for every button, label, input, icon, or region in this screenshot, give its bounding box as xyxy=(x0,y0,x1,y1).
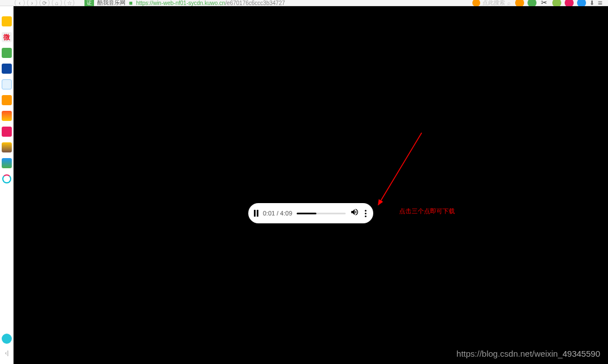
audio-player: 0:01 / 4:09 xyxy=(248,203,373,223)
svg-line-1 xyxy=(378,133,422,205)
search-icon: ⌕ xyxy=(507,0,511,6)
bookmark-weibo-icon[interactable]: 微 xyxy=(2,32,12,42)
total-time: 4:09 xyxy=(280,210,292,217)
bookmark-item-4[interactable] xyxy=(2,64,12,74)
bookmark-item-8[interactable] xyxy=(2,127,12,137)
browser-toolbar: ‹ › ⟳ ⌂ ☆ 证 酷我音乐网 ■ https://win-web-nf01… xyxy=(0,0,608,6)
bookmark-item-6[interactable] xyxy=(2,95,12,105)
progress-fill xyxy=(297,213,316,214)
time-display: 0:01 / 4:09 xyxy=(263,210,292,217)
url-text: https://win-web-nf01-sycdn.kuwo.cn/e6701… xyxy=(136,0,285,6)
watermark-url: https://blog.csdn.net/weixin_ xyxy=(457,349,562,358)
pause-button[interactable] xyxy=(254,210,258,217)
progress-bar[interactable] xyxy=(297,213,346,214)
volume-icon[interactable] xyxy=(350,208,359,219)
bookmark-sidebar: 微 ‹| xyxy=(0,6,14,364)
bookmark-star-icon[interactable] xyxy=(2,16,12,26)
bookmark-item-5[interactable] xyxy=(2,79,12,89)
three-dots-icon[interactable] xyxy=(364,210,368,217)
url-path: /e670176c6ccc3b34727 xyxy=(225,0,285,6)
bookmark-item-bottom[interactable] xyxy=(2,334,12,344)
watermark-id: 49345590 xyxy=(562,349,600,358)
download-icon[interactable]: ⬇ xyxy=(589,0,594,7)
bookmark-item-3[interactable] xyxy=(2,48,12,58)
annotation-arrow xyxy=(374,133,430,214)
collapse-sidebar-icon[interactable]: ‹| xyxy=(5,349,9,364)
bookmark-item-11[interactable] xyxy=(2,174,12,184)
annotation-text: 点击三个点即可下载 xyxy=(399,207,455,215)
current-time: 0:01 xyxy=(263,210,275,217)
bookmark-item-7[interactable] xyxy=(2,111,12,121)
bookmark-item-10[interactable] xyxy=(2,158,12,168)
watermark: https://blog.csdn.net/weixin_49345590 xyxy=(457,349,600,358)
url-host: https://win-web-nf01-sycdn.kuwo.cn xyxy=(136,0,225,6)
bookmark-item-9[interactable] xyxy=(2,142,12,152)
content-area: 0:01 / 4:09 点击三个点即可下载 https://blog.csdn.… xyxy=(14,6,608,364)
